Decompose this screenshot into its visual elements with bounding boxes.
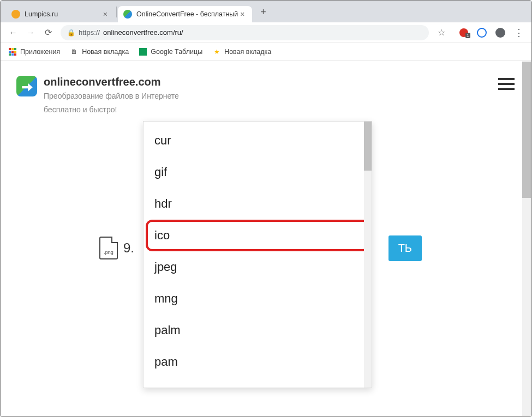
format-option-jpeg[interactable]: jpeg — [144, 251, 372, 283]
address-bar: ← → ⟳ 🔒 https://onlineconvertfree.com/ru… — [1, 22, 531, 43]
bookmark-apps[interactable]: Приложения — [8, 47, 60, 56]
page-viewport: onlineconvertfree.com Преобразование фай… — [1, 62, 531, 416]
forward-button[interactable]: → — [26, 28, 35, 38]
favicon-icon — [123, 10, 132, 19]
site-header: onlineconvertfree.com Преобразование фай… — [1, 62, 531, 121]
site-subtitle-line-1: Преобразование файлов в Интернете — [44, 90, 179, 102]
file-type-icon: .png — [99, 237, 118, 259]
format-option-pam[interactable]: pam — [144, 346, 372, 378]
format-option-mng[interactable]: mng — [144, 283, 372, 315]
format-dropdown: curgifhdricojpegmngpalmpam — [143, 121, 372, 388]
back-button[interactable]: ← — [8, 28, 18, 38]
tab-title: OnlineConvertFree - бесплатный — [136, 10, 238, 18]
convert-button[interactable]: ТЬ — [388, 235, 422, 261]
page-scrollbar-thumb[interactable] — [522, 62, 531, 198]
new-tab-button[interactable]: + — [255, 4, 271, 20]
close-icon[interactable]: × — [238, 10, 247, 19]
hamburger-menu-button[interactable] — [498, 78, 515, 90]
bookmark-label: Google Таблицы — [151, 48, 202, 56]
format-option-ico[interactable]: ico — [148, 222, 367, 249]
page-scrollbar-track[interactable] — [522, 62, 531, 416]
page-icon: 🗎 — [70, 47, 79, 56]
browser-tabbar: Lumpics.ru × OnlineConvertFree - бесплат… — [1, 1, 531, 22]
extension-icon[interactable] — [459, 28, 468, 37]
sheets-icon — [139, 47, 147, 56]
lock-icon: 🔒 — [67, 29, 75, 37]
site-logo — [16, 76, 37, 96]
bookmark-newtab-1[interactable]: 🗎 Новая вкладка — [70, 47, 129, 56]
url-input[interactable]: 🔒 https://onlineconvertfree.com/ru/ — [61, 25, 429, 40]
profile-avatar[interactable] — [495, 28, 505, 38]
arrow-icon — [20, 79, 34, 93]
star-icon: ★ — [212, 47, 221, 56]
apps-grid-icon — [8, 47, 17, 56]
url-scheme: https:// — [79, 28, 100, 37]
tab-title: Lumpics.ru — [25, 10, 58, 18]
site-title: onlineconvertfree.com — [44, 76, 179, 88]
reload-button[interactable]: ⟳ — [43, 27, 53, 38]
bookmark-label: Приложения — [20, 48, 60, 56]
tab-separator — [116, 7, 117, 17]
bookmark-google-sheets[interactable]: Google Таблицы — [139, 47, 202, 56]
bookmarks-bar: Приложения 🗎 Новая вкладка Google Таблиц… — [1, 43, 531, 61]
close-icon[interactable]: × — [101, 10, 110, 19]
bookmark-label: Новая вкладка — [82, 48, 129, 56]
tab-lumpics[interactable]: Lumpics.ru × — [6, 6, 115, 22]
bookmark-label: Новая вкладка — [224, 48, 271, 56]
format-option-palm[interactable]: palm — [144, 315, 372, 346]
format-option-hdr[interactable]: hdr — [144, 188, 372, 220]
dropdown-scrollbar-thumb[interactable] — [364, 122, 372, 171]
bookmark-newtab-2[interactable]: ★ Новая вкладка — [212, 47, 271, 56]
format-option-gif[interactable]: gif — [144, 156, 372, 188]
browser-menu-button[interactable]: ⋮ — [514, 27, 524, 39]
tab-onlineconvertfree[interactable]: OnlineConvertFree - бесплатный × — [118, 6, 252, 22]
bookmark-star-icon[interactable]: ☆ — [437, 27, 446, 38]
site-subtitle-line-2: бесплатно и быстро! — [44, 104, 179, 116]
file-number: 9. — [123, 240, 134, 256]
url-host-path: onlineconvertfree.com/ru/ — [103, 28, 183, 37]
format-option-cur[interactable]: cur — [144, 125, 372, 156]
favicon-icon — [11, 10, 20, 19]
dropdown-scrollbar-track[interactable] — [364, 122, 372, 388]
translate-icon[interactable] — [477, 28, 487, 38]
file-extension-label: .png — [104, 250, 113, 255]
